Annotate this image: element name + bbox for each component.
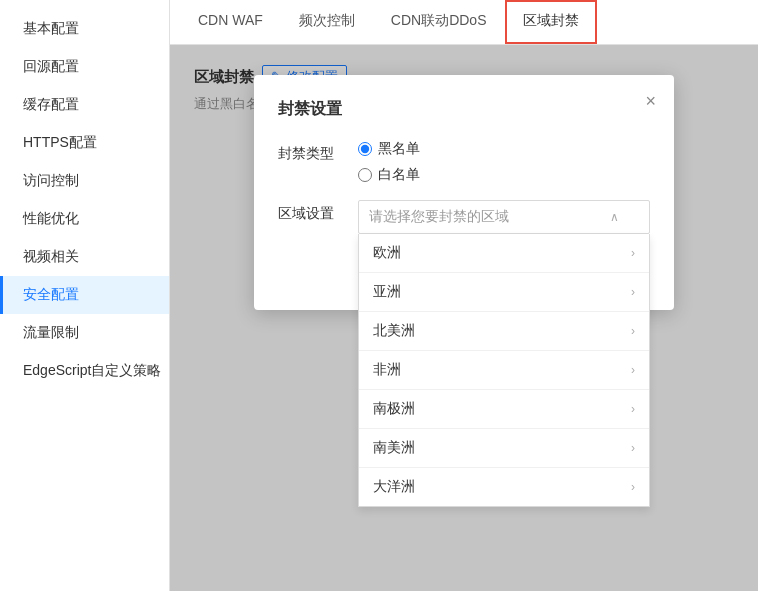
chevron-right-icon-antarctica: › bbox=[631, 402, 635, 416]
radio-blacklist-input[interactable] bbox=[358, 142, 372, 156]
dropdown-item-oceania[interactable]: 大洋洲 › bbox=[359, 468, 649, 506]
region-label: 区域设置 bbox=[278, 200, 358, 223]
sidebar-item-traffic[interactable]: 流量限制 bbox=[0, 314, 169, 352]
dropdown-item-asia[interactable]: 亚洲 › bbox=[359, 273, 649, 312]
sidebar-item-edge[interactable]: EdgeScript自定义策略 bbox=[0, 352, 169, 390]
sidebar-item-https[interactable]: HTTPS配置 bbox=[0, 124, 169, 162]
modal-title: 封禁设置 bbox=[278, 99, 650, 120]
modal-dialog: 封禁设置 × 封禁类型 黑名单 白名单 bbox=[254, 75, 674, 310]
sidebar-item-video[interactable]: 视频相关 bbox=[0, 238, 169, 276]
radio-blacklist-label: 黑名单 bbox=[378, 140, 420, 158]
sidebar-item-access[interactable]: 访问控制 bbox=[0, 162, 169, 200]
chevron-right-icon-south-america: › bbox=[631, 441, 635, 455]
region-setting-row: 区域设置 请选择您要封禁的区域 ∧ 欧洲 › bbox=[278, 200, 650, 234]
sidebar-item-security[interactable]: 安全配置 bbox=[0, 276, 169, 314]
dropdown-item-africa[interactable]: 非洲 › bbox=[359, 351, 649, 390]
content-area: 区域封禁 ✎ 修改配置 通过黑白名单来对访问者地域进行识别和过滤， 如何配置区域… bbox=[170, 45, 758, 591]
dropdown-item-south-america[interactable]: 南美洲 › bbox=[359, 429, 649, 468]
radio-whitelist-input[interactable] bbox=[358, 168, 372, 182]
radio-whitelist[interactable]: 白名单 bbox=[358, 166, 650, 184]
ban-type-label: 封禁类型 bbox=[278, 140, 358, 163]
radio-group-ban-type: 黑名单 白名单 bbox=[358, 140, 650, 184]
chevron-right-icon-asia: › bbox=[631, 285, 635, 299]
select-placeholder: 请选择您要封禁的区域 bbox=[369, 208, 509, 226]
dropdown-item-north-america[interactable]: 北美洲 › bbox=[359, 312, 649, 351]
radio-whitelist-label: 白名单 bbox=[378, 166, 420, 184]
tab-region[interactable]: 区域封禁 bbox=[505, 0, 597, 44]
ban-type-row: 封禁类型 黑名单 白名单 bbox=[278, 140, 650, 184]
region-select-wrapper: 请选择您要封禁的区域 ∧ 欧洲 › 亚洲 bbox=[358, 200, 650, 234]
sidebar-item-perf[interactable]: 性能优化 bbox=[0, 200, 169, 238]
dropdown-item-europe[interactable]: 欧洲 › bbox=[359, 234, 649, 273]
sidebar-item-basic[interactable]: 基本配置 bbox=[0, 10, 169, 48]
ban-type-control: 黑名单 白名单 bbox=[358, 140, 650, 184]
sidebar-item-origin[interactable]: 回源配置 bbox=[0, 48, 169, 86]
select-arrow-icon: ∧ bbox=[610, 210, 619, 224]
sidebar-item-cache[interactable]: 缓存配置 bbox=[0, 86, 169, 124]
sidebar: 基本配置 回源配置 缓存配置 HTTPS配置 访问控制 性能优化 视频相关 安全… bbox=[0, 0, 170, 591]
chevron-right-icon-oceania: › bbox=[631, 480, 635, 494]
tab-ddos[interactable]: CDN联动DDoS bbox=[373, 0, 505, 44]
chevron-right-icon-north-america: › bbox=[631, 324, 635, 338]
radio-blacklist[interactable]: 黑名单 bbox=[358, 140, 650, 158]
modal-overlay: 封禁设置 × 封禁类型 黑名单 白名单 bbox=[170, 45, 758, 591]
chevron-right-icon-africa: › bbox=[631, 363, 635, 377]
tab-freq[interactable]: 频次控制 bbox=[281, 0, 373, 44]
region-dropdown-list: 欧洲 › 亚洲 › 北美洲 › bbox=[358, 234, 650, 507]
dropdown-item-antarctica[interactable]: 南极洲 › bbox=[359, 390, 649, 429]
tab-waf[interactable]: CDN WAF bbox=[180, 0, 281, 44]
modal-close-button[interactable]: × bbox=[645, 91, 656, 112]
region-select[interactable]: 请选择您要封禁的区域 ∧ bbox=[358, 200, 650, 234]
region-control: 请选择您要封禁的区域 ∧ 欧洲 › 亚洲 bbox=[358, 200, 650, 234]
chevron-right-icon-europe: › bbox=[631, 246, 635, 260]
tab-bar: CDN WAF 频次控制 CDN联动DDoS 区域封禁 bbox=[170, 0, 758, 45]
main-content: CDN WAF 频次控制 CDN联动DDoS 区域封禁 区域封禁 ✎ 修改配置 … bbox=[170, 0, 758, 591]
